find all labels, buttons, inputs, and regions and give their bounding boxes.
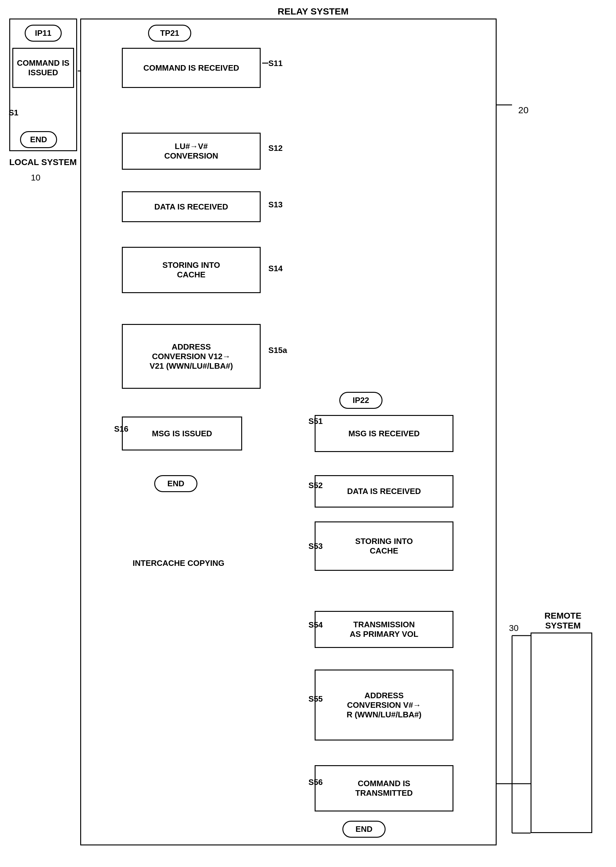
s56-box: COMMAND ISTRANSMITTED bbox=[314, 765, 453, 812]
s12-label: S12 bbox=[269, 143, 283, 153]
s14-label: S14 bbox=[269, 264, 283, 273]
s13-box: DATA IS RECEIVED bbox=[122, 191, 261, 222]
s12-box: LU#→V#CONVERSION bbox=[122, 133, 261, 170]
s11-box: COMMAND IS RECEIVED bbox=[122, 48, 261, 88]
relay-system-number: 20 bbox=[518, 105, 528, 115]
s52-box: DATA IS RECEIVED bbox=[314, 475, 453, 508]
end-oval-bottom: END bbox=[343, 821, 386, 838]
s55-label: S55 bbox=[308, 694, 323, 704]
s15a-box: ADDRESSCONVERSION V12→V21 (WWN/LU#/LBA#) bbox=[122, 324, 261, 389]
s54-label: S54 bbox=[308, 620, 323, 630]
remote-system-label: REMOTE SYSTEM bbox=[534, 611, 592, 631]
s16-box: MSG IS ISSUED bbox=[122, 417, 242, 450]
s55-box: ADDRESSCONVERSION V#→R (WWN/LU#/LBA#) bbox=[314, 670, 453, 741]
s15a-label: S15a bbox=[269, 346, 287, 355]
s51-label: S51 bbox=[308, 417, 323, 426]
s11-label: S11 bbox=[269, 59, 283, 68]
s14-box: STORING INTOCACHE bbox=[122, 247, 261, 293]
s1-label: S1 bbox=[9, 108, 19, 118]
s53-label: S53 bbox=[308, 541, 323, 551]
command-issued-box: COMMAND IS ISSUED bbox=[13, 48, 74, 88]
s16-label: S16 bbox=[114, 424, 128, 434]
intercache-label: INTERCACHE COPYING bbox=[133, 559, 225, 568]
s56-label: S56 bbox=[308, 777, 323, 787]
s51-box: MSG IS RECEIVED bbox=[314, 415, 453, 452]
remote-system-number: 30 bbox=[509, 623, 519, 633]
local-system-number: 10 bbox=[31, 173, 41, 183]
local-system-label: LOCAL SYSTEM bbox=[9, 157, 77, 167]
tp21-oval: TP21 bbox=[148, 25, 191, 42]
end-oval-relay: END bbox=[154, 475, 197, 492]
s53-box: STORING INTOCACHE bbox=[314, 521, 453, 571]
ip11-oval: IP11 bbox=[25, 25, 62, 42]
ip22-oval: IP22 bbox=[339, 392, 382, 409]
relay-system-label: RELAY SYSTEM bbox=[278, 6, 349, 17]
s52-label: S52 bbox=[308, 481, 323, 490]
remote-system-box bbox=[531, 633, 592, 833]
end-oval-local: END bbox=[20, 131, 57, 148]
s54-box: TRANSMISSIONAS PRIMARY VOL bbox=[314, 611, 453, 648]
diagram-container: RELAY SYSTEM LOCAL SYSTEM 10 20 IP11 COM… bbox=[0, 0, 616, 867]
s13-label: S13 bbox=[269, 200, 283, 209]
